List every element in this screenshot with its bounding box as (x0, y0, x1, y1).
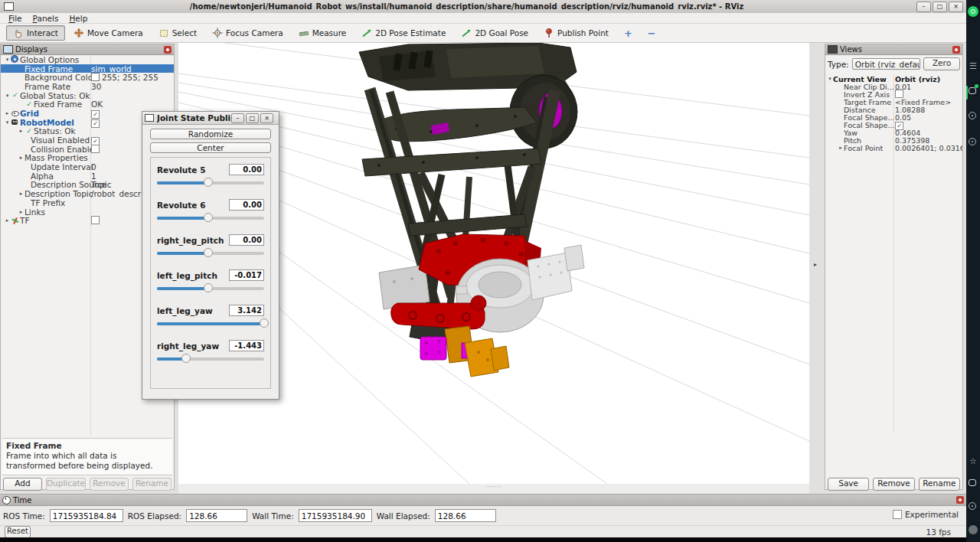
reset-button[interactable]: Reset (5, 526, 31, 538)
minimize-button[interactable]: – (916, 2, 931, 12)
pose-estimate-tool-button[interactable]: 2D Pose Estimate (354, 25, 452, 41)
joint-slider-row: right_leg_yaw -1.443 (157, 340, 264, 375)
views-action-button[interactable]: Rename (919, 478, 960, 491)
views-tree-row[interactable]: Focal Shape... (825, 121, 962, 129)
randomize-button[interactable]: Randomize (150, 129, 271, 139)
displays-tree-row[interactable]: ▾ Global Status: Ok (1, 91, 174, 100)
slider-handle[interactable] (204, 178, 213, 187)
expand-arrow-icon[interactable]: ▸ (18, 209, 24, 215)
joint-slider[interactable] (157, 318, 264, 330)
expand-arrow-icon[interactable]: ▾ (4, 57, 11, 63)
views-panel-header[interactable]: Views (825, 44, 962, 55)
expand-arrow-icon[interactable]: ▾ (4, 119, 11, 126)
displays-panel-close-icon[interactable] (164, 46, 172, 54)
close-button[interactable]: × (949, 2, 963, 12)
joint-slider[interactable] (157, 353, 264, 365)
joint-name-label: right_leg_yaw (157, 341, 219, 351)
expand-arrow-icon[interactable]: ▸ (838, 145, 844, 151)
slider-handle[interactable] (204, 248, 213, 257)
slider-handle[interactable] (260, 318, 269, 328)
goal-pose-tool-button[interactable]: 2D Goal Pose (454, 25, 535, 41)
menu-icon[interactable]: ☰ (968, 61, 978, 72)
views-action-button[interactable]: Save (828, 478, 869, 491)
jsp-minimize-button[interactable]: – (231, 113, 244, 123)
expand-arrow-icon[interactable]: ▾ (827, 76, 833, 82)
expand-arrow-icon[interactable]: ▸ (18, 191, 24, 197)
left_leg_pitch[interactable]: -0.017 (229, 269, 264, 281)
slider-handle[interactable] (204, 213, 213, 222)
maximize-button[interactable]: □ (933, 2, 947, 12)
joint-slider[interactable] (157, 247, 264, 260)
measure-tool-button[interactable]: Measure (292, 25, 354, 41)
tree-row-value[interactable]: 255; 255; 255 (91, 73, 172, 82)
publish-point-pin-icon (544, 28, 554, 38)
view-type-select[interactable]: Orbit (rviz_default_ ▼ (852, 58, 920, 70)
focus-camera-tool-button[interactable]: Focus Camera (205, 25, 290, 41)
displays-action-button[interactable]: Remove (90, 478, 129, 491)
view-type-label: Type: (828, 60, 849, 69)
settings-icon[interactable] (969, 502, 976, 510)
select-tool-button[interactable]: Select (152, 25, 204, 41)
panel-collapse-arrow[interactable] (812, 259, 819, 271)
views-tree-row[interactable]: Yaw 0.4604 (825, 129, 962, 136)
interact-tool-button[interactable]: Interact (6, 25, 65, 41)
displays-action-button[interactable]: Rename (132, 478, 172, 491)
left_leg_yaw[interactable]: 3.142 (229, 305, 264, 316)
views-action-button[interactable]: Remove (873, 478, 914, 491)
views-tree-row[interactable]: Pitch 0.375398 (825, 136, 962, 144)
Revolute 5[interactable]: 0.00 (229, 164, 264, 175)
publish-point-tool-button[interactable]: Publish Point (537, 25, 616, 41)
move-camera-tool-button[interactable]: Move Camera (67, 25, 150, 41)
zero-button[interactable]: Zero (923, 57, 960, 70)
displays-action-button[interactable]: Add (3, 478, 42, 491)
chats-icon[interactable] (969, 87, 976, 94)
slider-handle[interactable] (181, 354, 191, 363)
remove-tool-button[interactable]: − (641, 28, 663, 39)
expand-arrow-icon[interactable]: ▸ (4, 217, 11, 224)
star-icon[interactable]: ☆ (968, 456, 978, 467)
views-tree-row[interactable]: ▾ Current View Orbit (rviz) (825, 75, 962, 83)
displays-tree-row[interactable]: Fixed Frame sim_world (1, 64, 174, 73)
views-tree-row[interactable]: Invert Z Axis (825, 90, 962, 98)
right_leg_yaw[interactable]: -1.443 (229, 340, 264, 351)
displays-action-button[interactable]: Duplicate (46, 478, 86, 491)
displays-tree-row[interactable]: Background Color 255; 255; 255 (1, 73, 174, 82)
joint-slider[interactable] (157, 177, 264, 189)
Revolute 6[interactable]: 0.00 (229, 199, 264, 211)
jsp-titlebar[interactable]: Joint State Publis... – □ × (142, 112, 279, 125)
menu-file[interactable]: File (3, 13, 28, 24)
tree-row-value[interactable]: sim_world (91, 64, 172, 73)
views-tree-row[interactable]: Distance 1.08288 (825, 106, 962, 113)
slider-fill (157, 217, 208, 220)
tree-row-value[interactable]: 0.0026401; 0.0316... (895, 144, 962, 152)
jsp-close-button[interactable]: × (260, 113, 273, 123)
unread-badge (975, 84, 978, 88)
calls-icon[interactable] (969, 112, 976, 119)
right_leg_pitch[interactable]: 0.00 (229, 234, 264, 246)
profile-avatar-icon[interactable] (969, 525, 978, 534)
menu-help[interactable]: Help (64, 13, 93, 24)
expand-arrow-icon[interactable]: ▾ (4, 93, 11, 99)
displays-tree-row[interactable]: ▾ Global Options (1, 55, 174, 64)
horizontal-splitter[interactable] (178, 484, 809, 494)
slider-handle[interactable] (204, 283, 213, 292)
status-icon[interactable] (969, 138, 976, 145)
joint-slider[interactable] (157, 282, 264, 295)
time-panel-header[interactable]: Time (0, 495, 966, 506)
joint-slider[interactable] (157, 212, 264, 224)
tree-row-value[interactable]: 30 (91, 82, 172, 91)
time-panel-close-icon[interactable] (956, 496, 964, 504)
menu-panels[interactable]: Panels (28, 13, 64, 24)
channels-icon[interactable] (969, 479, 976, 486)
expand-arrow-icon[interactable]: ▸ (18, 128, 24, 134)
expand-arrow-icon[interactable]: ▸ (4, 110, 11, 116)
displays-panel-header[interactable]: Displays (1, 44, 174, 55)
center-button[interactable]: Center (150, 142, 271, 153)
views-tree-row[interactable]: Target Frame <Fixed Frame> (825, 98, 962, 106)
add-tool-button[interactable]: + (617, 28, 639, 39)
displays-tree-row[interactable]: Frame Rate 30 (1, 82, 174, 91)
expand-arrow-icon[interactable]: ▸ (18, 155, 24, 161)
views-panel-close-icon[interactable] (952, 46, 960, 54)
views-tree-row[interactable]: ▸ Focal Point 0.0026401; 0.0316... (825, 144, 962, 152)
jsp-maximize-button[interactable]: □ (246, 113, 259, 123)
